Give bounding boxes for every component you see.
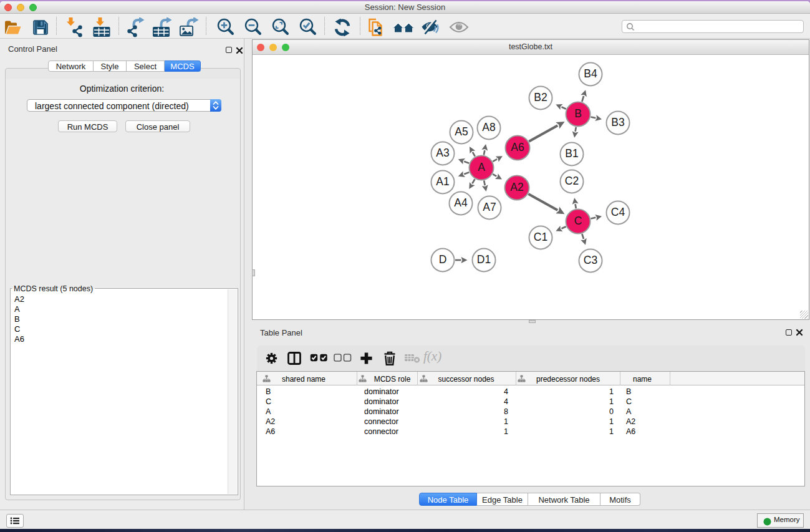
svg-text:A: A bbox=[478, 161, 485, 173]
svg-text:A3: A3 bbox=[436, 147, 449, 159]
svg-text:A5: A5 bbox=[455, 125, 468, 138]
svg-text:B1: B1 bbox=[565, 147, 578, 160]
svg-text:C4: C4 bbox=[611, 206, 625, 218]
svg-text:D1: D1 bbox=[477, 253, 491, 266]
svg-text:C1: C1 bbox=[534, 231, 547, 243]
svg-text:B3: B3 bbox=[611, 116, 624, 128]
svg-text:C2: C2 bbox=[565, 175, 579, 187]
svg-text:C3: C3 bbox=[584, 254, 597, 266]
svg-text:A7: A7 bbox=[483, 201, 496, 213]
svg-text:D: D bbox=[439, 253, 447, 266]
svg-text:B2: B2 bbox=[534, 91, 547, 104]
svg-text:A2: A2 bbox=[510, 181, 523, 193]
svg-text:A8: A8 bbox=[482, 121, 495, 133]
svg-text:B4: B4 bbox=[584, 67, 597, 80]
svg-text:A4: A4 bbox=[454, 196, 468, 209]
svg-text:C: C bbox=[574, 215, 582, 227]
svg-text:A6: A6 bbox=[511, 141, 524, 153]
svg-text:B: B bbox=[574, 107, 582, 120]
svg-text:A1: A1 bbox=[436, 175, 449, 188]
